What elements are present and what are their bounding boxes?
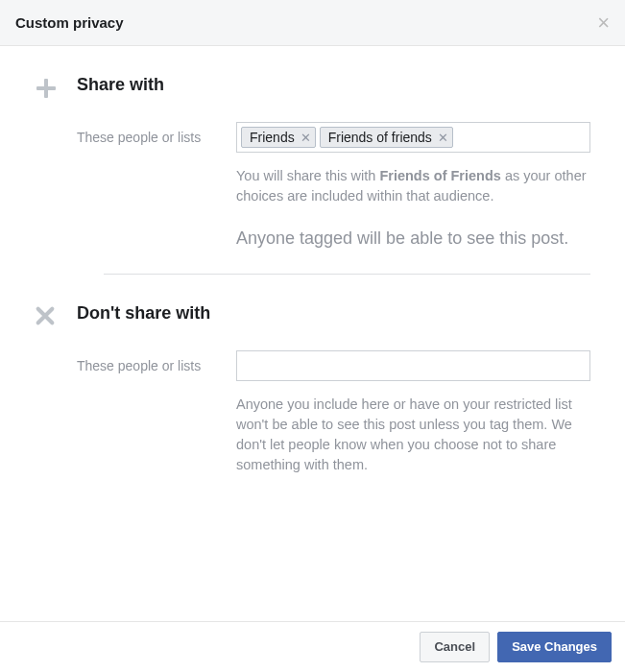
token-friends[interactable]: Friends ✕ bbox=[241, 127, 316, 148]
plus-icon bbox=[35, 77, 61, 100]
share-with-title: Share with bbox=[77, 75, 590, 95]
section-divider bbox=[104, 274, 590, 275]
token-label: Friends of friends bbox=[328, 130, 432, 145]
tagged-note: Anyone tagged will be able to see this p… bbox=[236, 226, 590, 251]
token-label: Friends bbox=[250, 130, 295, 145]
dialog-footer: Cancel Save Changes bbox=[0, 621, 625, 672]
x-icon bbox=[35, 305, 61, 326]
dialog-title: Custom privacy bbox=[15, 14, 124, 31]
remove-token-icon[interactable]: ✕ bbox=[438, 132, 448, 144]
save-changes-button[interactable]: Save Changes bbox=[497, 632, 612, 662]
remove-token-icon[interactable]: ✕ bbox=[300, 132, 311, 144]
token-friends-of-friends[interactable]: Friends of friends ✕ bbox=[320, 127, 453, 148]
dont-share-with-helper: Anyone you include here or have on your … bbox=[236, 395, 590, 475]
share-with-section: Share with These people or lists Friends… bbox=[35, 75, 590, 251]
svg-rect-1 bbox=[36, 86, 56, 90]
share-with-label: These people or lists bbox=[77, 122, 236, 145]
dont-share-with-input[interactable] bbox=[236, 350, 590, 381]
close-icon[interactable]: × bbox=[597, 12, 610, 34]
share-with-input[interactable]: Friends ✕ Friends of friends ✕ bbox=[236, 122, 590, 153]
dont-share-with-label: These people or lists bbox=[77, 350, 236, 373]
dont-share-with-section: Don't share with These people or lists A… bbox=[35, 303, 590, 475]
dialog-header: Custom privacy × bbox=[0, 0, 625, 46]
share-with-helper: You will share this with Friends of Frie… bbox=[236, 166, 590, 206]
cancel-button[interactable]: Cancel bbox=[420, 632, 490, 662]
dont-share-with-title: Don't share with bbox=[77, 303, 590, 324]
dialog-content: Share with These people or lists Friends… bbox=[0, 46, 625, 517]
